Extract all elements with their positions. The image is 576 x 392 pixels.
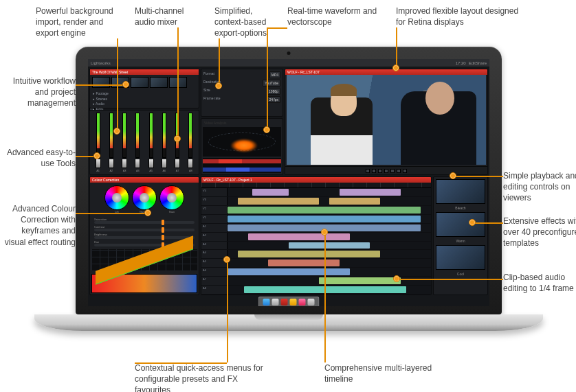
fps-select[interactable]: 24 fps [267, 96, 280, 103]
timeline-clip[interactable] [248, 233, 350, 240]
timeline-clip[interactable] [228, 207, 421, 214]
timeline-clip[interactable] [238, 198, 319, 205]
workspace: The Wolf Of Wall Street ▸ Footage▸ Scene… [88, 67, 489, 297]
track-lane[interactable] [228, 277, 431, 285]
size-select[interactable]: 1080p [267, 88, 280, 95]
timeline-track[interactable]: A4 [201, 250, 431, 259]
level-meter [162, 113, 166, 158]
mixer-channel[interactable]: A4 [132, 113, 144, 172]
dock-icon[interactable] [281, 299, 288, 305]
colour-slider[interactable] [94, 229, 195, 231]
timeline-track[interactable]: A1 [201, 224, 431, 233]
os-dock[interactable] [258, 297, 320, 306]
analysis-title: Video Analysis [203, 120, 281, 126]
timeline-track[interactable]: A2 [201, 233, 431, 242]
colour-wheel[interactable] [132, 185, 157, 210]
timeline-clip[interactable] [289, 242, 370, 249]
track-lane[interactable] [228, 250, 431, 258]
timeline-clip[interactable] [228, 268, 350, 275]
timeline-clip[interactable] [268, 260, 340, 266]
fader-handle[interactable] [162, 159, 167, 168]
fader-handle[interactable] [175, 159, 180, 168]
mark-in-button[interactable] [397, 169, 401, 173]
audio-mixer-panel[interactable]: A1A2A3A4A5A6A7A8 [89, 110, 199, 175]
timeline-clip[interactable] [252, 189, 289, 196]
viewer-transport-controls[interactable] [285, 166, 487, 174]
mixer-channel[interactable]: A1 [92, 113, 104, 172]
menubar-time: 17:20 [456, 61, 466, 65]
dock-icon[interactable] [272, 299, 279, 305]
effect-thumbnail[interactable] [436, 212, 485, 237]
fader-handle[interactable] [188, 159, 193, 168]
track-lane[interactable] [228, 206, 431, 214]
fader-handle[interactable] [122, 159, 127, 168]
timeline-track[interactable]: V2 [201, 206, 431, 215]
track-lane[interactable] [228, 233, 431, 241]
timeline-ruler[interactable] [201, 183, 431, 188]
colour-slider[interactable] [94, 221, 195, 224]
dock-icon[interactable] [290, 299, 297, 305]
colour-correction-panel[interactable]: Colour Correction LiftGammaGain Saturati… [89, 176, 199, 295]
fader-handle[interactable] [135, 159, 140, 168]
video-frame[interactable] [287, 75, 486, 165]
effects-bin-panel[interactable]: BleachWarmCool [433, 176, 488, 295]
track-lane[interactable] [228, 197, 431, 205]
colour-slider[interactable] [94, 236, 195, 239]
mixer-channel[interactable]: A6 [158, 113, 170, 172]
next-frame-button[interactable] [384, 169, 388, 173]
mixer-channel[interactable]: A5 [145, 113, 157, 172]
mark-out-button[interactable] [403, 169, 407, 173]
export-panel[interactable]: FormatMP4 DestinationYouTube Size1080p F… [201, 69, 283, 117]
callout: Extensive effects with over 40 preconfig… [503, 216, 576, 249]
curves-display[interactable] [91, 249, 197, 271]
timeline-track[interactable]: V3 [201, 197, 431, 206]
timeline-track[interactable]: A5 [201, 259, 431, 268]
colour-wheel[interactable] [159, 185, 184, 210]
prev-frame-button[interactable] [372, 169, 376, 173]
mixer-channel[interactable]: A8 [185, 113, 197, 172]
rewind-button[interactable] [366, 169, 370, 173]
track-lane[interactable] [228, 224, 431, 232]
tree-item[interactable]: ▸ Footage [93, 91, 196, 97]
level-meter [149, 113, 153, 158]
effect-thumbnail[interactable] [436, 179, 485, 204]
colour-wheel[interactable] [104, 185, 129, 210]
format-select[interactable]: MP4 [269, 71, 280, 78]
forward-button[interactable] [390, 169, 395, 173]
track-lane[interactable] [228, 215, 431, 223]
level-meter [135, 113, 140, 158]
project-browser-panel[interactable]: The Wolf Of Wall Street ▸ Footage▸ Scene… [89, 69, 199, 108]
effect-thumbnail[interactable] [436, 245, 485, 270]
play-button[interactable] [378, 169, 382, 173]
clip-thumbnails[interactable] [90, 75, 199, 90]
track-lane[interactable] [228, 188, 431, 196]
fader-handle[interactable] [148, 159, 154, 168]
fader-handle[interactable] [109, 159, 114, 168]
mixer-channel[interactable]: A2 [105, 113, 117, 172]
timeline-track[interactable]: V4 [201, 188, 431, 197]
os-menubar: Lightworks 17:20 EditShare [88, 59, 489, 67]
track-lane[interactable] [228, 259, 431, 267]
dock-icon[interactable] [299, 299, 306, 305]
timeline-clip[interactable] [340, 189, 401, 196]
track-lane[interactable] [228, 268, 431, 276]
timeline-clip[interactable] [238, 251, 380, 257]
callout: Simple playback and editing controls on … [503, 170, 576, 204]
tree-item[interactable]: ▸ Audio [93, 102, 196, 107]
dest-select[interactable]: YouTube [263, 80, 280, 87]
callout: Powerful background import, render and e… [36, 5, 115, 39]
tree-item[interactable]: ▸ Scenes [93, 97, 196, 102]
timeline-track[interactable]: A8 [201, 286, 431, 295]
mixer-channel[interactable]: A3 [119, 113, 131, 172]
dock-icon[interactable] [263, 299, 270, 305]
dock-icon[interactable] [308, 299, 315, 305]
track-lane[interactable] [228, 242, 431, 250]
callout: Advanced easy-to-use Tools [0, 147, 76, 169]
fader-handle[interactable] [96, 159, 101, 168]
timeline-clip[interactable] [319, 277, 400, 284]
timeline-clip[interactable] [329, 198, 380, 205]
timeline-track[interactable]: A3 [201, 242, 431, 251]
track-lane[interactable] [228, 286, 431, 294]
timeline-track[interactable]: V1 [201, 215, 431, 224]
timeline-clip[interactable] [228, 216, 421, 222]
